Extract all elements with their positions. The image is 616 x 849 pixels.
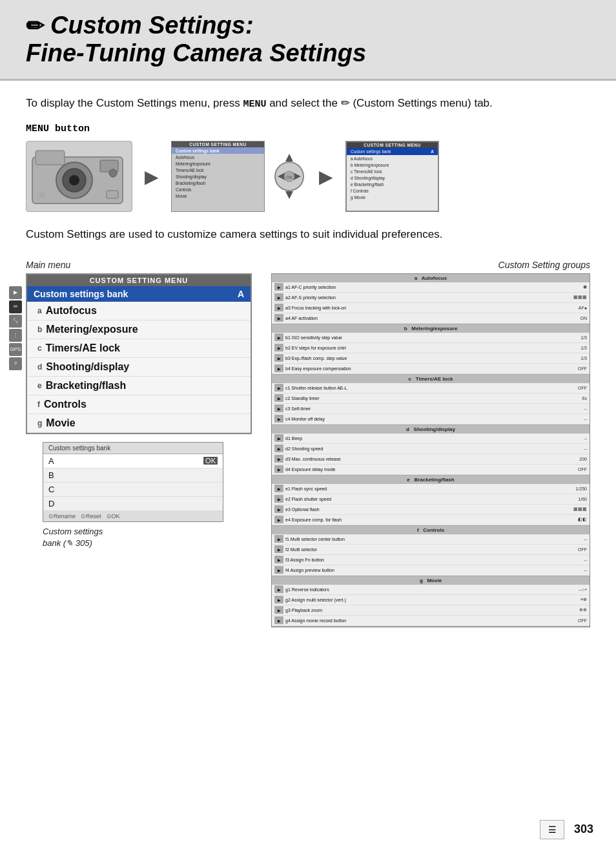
group-header-a: a Autofocus: [272, 274, 590, 282]
group-row: ▶ c4 Monitor off delay --: [272, 414, 590, 424]
bank-label: Custom settings bank: [34, 289, 128, 299]
group-row: ▶ c1 Shutter-release button AE-L OFF: [272, 383, 590, 393]
row-icon: ▶: [274, 596, 283, 603]
bank-submenu: Custom settings bank A OK B C D ⊙Rename …: [43, 442, 223, 522]
group-row: ▶ g1 Reverse indicators --○+: [272, 585, 590, 595]
menu-button-label: MENU button: [26, 123, 590, 134]
group-autofocus: a Autofocus ▶ a1 AF-C priority selection…: [272, 274, 590, 324]
group-row: ▶ g2 Assign multi selector (vert.) ≡⊕: [272, 595, 590, 605]
row-icon: ▶: [274, 535, 283, 543]
group-row: ▶ f1 Multi selector center button --: [272, 534, 590, 545]
group-row: ▶ c3 Self-timer --: [272, 404, 590, 414]
group-header-g: g Movie: [272, 576, 590, 585]
row-icon: ▶: [274, 445, 283, 452]
group-shooting: d Shooting/display ▶ d1 Beep -- ▶ d2 Sho…: [272, 425, 590, 476]
menu-item-movie[interactable]: g Movie: [27, 414, 251, 433]
left-sidebar-icons: ▶ ✏ 🔧 ⋮ GPS ?: [9, 286, 22, 371]
page-title-main: ✏ Custom Settings:: [26, 12, 590, 39]
bank-item-a[interactable]: A OK: [43, 454, 223, 468]
row-icon: ▶: [274, 384, 283, 392]
row-icon: ▶: [274, 364, 283, 372]
description-text: Custom Settings are used to customize ca…: [26, 226, 590, 243]
sidebar-icon-question: ?: [9, 357, 22, 370]
group-row: ▶ g3 Playback zoom ⊕⊕: [272, 605, 590, 616]
menu-item-bracketing[interactable]: e Bracketing/flash: [27, 377, 251, 395]
group-row: ▶ c2 Standby timer 6s: [272, 393, 590, 404]
row-icon: ▶: [274, 455, 283, 463]
bank-item-c[interactable]: C: [43, 483, 223, 497]
group-row: ▶ b4 Easy exposure compensation OFF: [272, 364, 590, 374]
group-row: ▶ g4 Assign movie record button OFF: [272, 616, 590, 626]
group-header-b: b Metering/exposure: [272, 324, 590, 333]
menu-screen-2: CUSTOM SETTING MENU Custom settings bank…: [345, 141, 439, 212]
group-movie: g Movie ▶ g1 Reverse indicators --○+ ▶ g…: [272, 576, 590, 627]
pencil-icon: ✏: [26, 13, 44, 39]
sidebar-icon-gps: GPS: [9, 343, 22, 356]
row-icon: ▶: [274, 404, 283, 412]
group-row: ▶ d3 Max. continuous release 200: [272, 454, 590, 465]
menu-icon-bottom: ☰: [540, 820, 564, 839]
group-row: ▶ b3 Exp./flash comp. step value 1/3: [272, 353, 590, 364]
groups-container: a Autofocus ▶ a1 AF-C priority selection…: [271, 273, 590, 627]
row-icon: ▶: [274, 516, 283, 523]
big-menu: CUSTOM SETTING MENU Custom settings bank…: [26, 273, 252, 434]
group-row: ▶ f3 Assign Fn button --: [272, 555, 590, 565]
header-banner: ✏ Custom Settings: Fine-Tuning Camera Se…: [0, 0, 616, 81]
left-panel: Main menu ▶ ✏ 🔧 ⋮ GPS ? CUSTOM SETTING M…: [26, 260, 265, 627]
row-icon: ▶: [274, 304, 283, 311]
arrow-right-1: ▶: [139, 167, 165, 186]
nav-control: OK: [271, 141, 307, 212]
group-row: ▶ a3 Focus tracking with lock-on AF●: [272, 303, 590, 313]
bank-submenu-wrapper: Custom settings bank A OK B C D ⊙Rename …: [43, 442, 265, 549]
group-timers: c Timers/AE lock ▶ c1 Shutter-release bu…: [272, 375, 590, 425]
svg-point-4: [69, 175, 79, 185]
sidebar-icon-dots: ⋮: [9, 329, 22, 342]
arrow-right-2: ▶: [313, 167, 339, 186]
page-number: 303: [574, 823, 593, 836]
left-relative-container: ▶ ✏ 🔧 ⋮ GPS ? CUSTOM SETTING MENU Custom…: [26, 273, 265, 434]
menu-item-timers[interactable]: c Timers/AE lock: [27, 339, 251, 358]
group-metering: b Metering/exposure ▶ b1 ISO sensitivity…: [272, 324, 590, 375]
row-icon: ▶: [274, 293, 283, 301]
row-icon: ▶: [274, 556, 283, 563]
group-row: ▶ a2 AF-S priority selection ▦▦▦: [272, 293, 590, 303]
svg-marker-11: [285, 191, 293, 199]
svg-rect-1: [36, 151, 65, 165]
row-icon: ▶: [274, 585, 283, 593]
bank-item-b[interactable]: B: [43, 468, 223, 483]
group-row: ▶ e3 Optional flash ▦▦▦: [272, 505, 590, 515]
row-icon: ▶: [274, 616, 283, 624]
bank-caption: Custom settingsbank (✎ 305): [43, 526, 265, 549]
group-row: ▶ f4 Assign preview button --: [272, 565, 590, 576]
group-row: ▶ b2 EV steps for exposure cntrl 1/3: [272, 343, 590, 353]
group-row: ▶ e2 Flash shutter speed 1/60: [272, 494, 590, 505]
group-header-d: d Shooting/display: [272, 425, 590, 434]
row-icon: ▶: [274, 505, 283, 513]
row-icon: ▶: [274, 415, 283, 423]
group-row: ▶ e1 Flash sync speed 1/250: [272, 484, 590, 494]
group-row: ▶ a1 AF-C priority selection ◉: [272, 282, 590, 293]
group-row: ▶ d4 Exposure delay mode OFF: [272, 465, 590, 475]
right-panel: Custom Setting groups a Autofocus ▶ a1 A…: [271, 260, 590, 627]
menu-item-autofocus[interactable]: a Autofocus: [27, 302, 251, 320]
sidebar-icon-wrench: 🔧: [9, 315, 22, 328]
row-icon: ▶: [274, 465, 283, 473]
big-menu-title: CUSTOM SETTING MENU: [27, 275, 251, 286]
row-icon: ▶: [274, 606, 283, 614]
bank-item-d[interactable]: D: [43, 497, 223, 511]
row-icon: ▶: [274, 495, 283, 503]
ok-badge: OK: [203, 457, 218, 465]
sidebar-icon-pencil: ✏: [9, 300, 22, 313]
group-row: ▶ b1 ISO sensitivity step value 1/3: [272, 333, 590, 343]
main-menu-label: Main menu: [26, 260, 265, 270]
bank-submenu-title: Custom settings bank: [43, 443, 223, 454]
menu-item-controls[interactable]: f Controls: [27, 395, 251, 414]
bank-submenu-footer: ⊙Rename ⊙Reset ⊙OK: [43, 511, 223, 521]
menu-item-shooting[interactable]: d Shooting/display: [27, 358, 251, 377]
svg-rect-6: [107, 191, 118, 198]
page-title-sub: Fine-Tuning Camera Settings: [26, 39, 590, 67]
row-icon: ▶: [274, 566, 283, 574]
main-content: To display the Custom Settings menu, pre…: [0, 81, 616, 653]
menu-item-metering[interactable]: b Metering/exposure: [27, 320, 251, 339]
row-icon: ▶: [274, 545, 283, 553]
